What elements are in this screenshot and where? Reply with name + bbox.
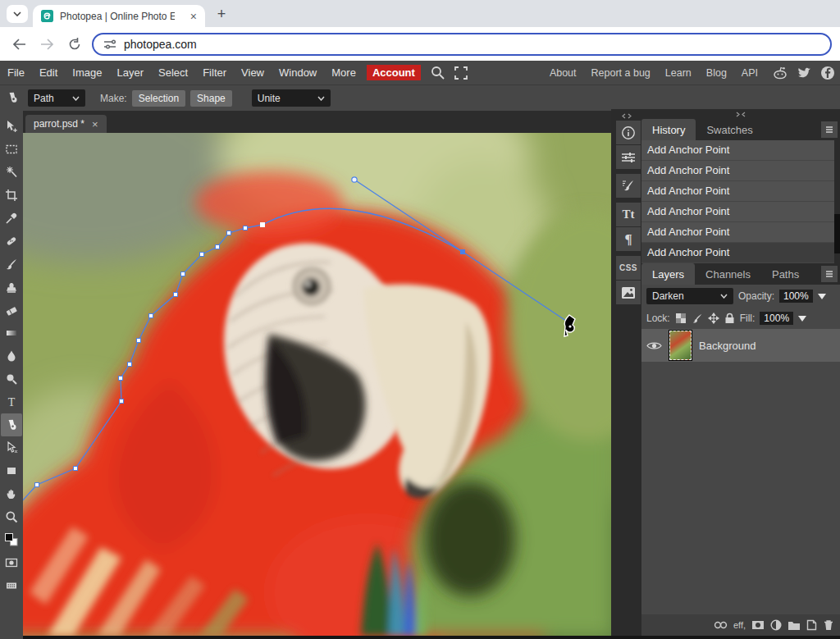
document-tab[interactable]: parrot.psd * × xyxy=(25,115,107,133)
foreground-background-colors[interactable] xyxy=(1,528,22,551)
canvas-viewport[interactable] xyxy=(23,133,611,636)
menu-filter[interactable]: Filter xyxy=(195,61,234,84)
menu-window[interactable]: Window xyxy=(272,61,324,84)
magic-wand-tool[interactable] xyxy=(1,161,22,184)
move-tool[interactable] xyxy=(1,115,22,138)
brush-settings-button[interactable] xyxy=(616,174,641,198)
paragraph-panel-button[interactable]: ¶ xyxy=(616,227,641,251)
eraser-tool[interactable] xyxy=(1,299,22,322)
menu-more[interactable]: More xyxy=(324,61,363,84)
delete-layer-button[interactable] xyxy=(823,619,834,631)
history-entry[interactable]: Add Anchor Point xyxy=(641,222,840,243)
new-layer-button[interactable] xyxy=(806,619,817,631)
history-entry[interactable]: Add Anchor Point xyxy=(641,181,840,202)
reload-button[interactable] xyxy=(64,34,85,55)
history-entry[interactable]: Add Anchor Point xyxy=(641,202,840,222)
browser-tab[interactable]: Photopea | Online Photo Edi × xyxy=(33,5,205,27)
gradient-tool[interactable] xyxy=(1,322,22,345)
forward-button[interactable] xyxy=(36,34,57,55)
new-tab-button[interactable]: + xyxy=(212,4,231,24)
dodge-tool[interactable] xyxy=(1,367,22,390)
tab-layers[interactable]: Layers xyxy=(641,263,695,285)
opacity-slider-toggle[interactable] xyxy=(818,294,826,299)
rectangle-tool[interactable] xyxy=(1,459,22,482)
make-shape-button[interactable]: Shape xyxy=(190,90,232,107)
facebook-link[interactable] xyxy=(820,66,835,80)
fill-value[interactable]: 100% xyxy=(760,312,793,325)
history-scrollbar[interactable] xyxy=(834,140,840,263)
tab-paths[interactable]: Paths xyxy=(761,263,810,285)
eyedropper-tool[interactable] xyxy=(1,207,22,230)
fullscreen-button[interactable] xyxy=(454,66,468,80)
marquee-select-tool[interactable] xyxy=(1,138,22,161)
zoom-tool[interactable] xyxy=(1,505,22,528)
info-panel-button[interactable] xyxy=(616,121,641,144)
history-menu-button[interactable] xyxy=(821,121,838,138)
blend-mode-dropdown[interactable]: Darken xyxy=(646,288,733,304)
new-folder-button[interactable] xyxy=(788,620,801,631)
hand-tool[interactable] xyxy=(1,482,22,505)
tool-options-bar: Path Make: Selection Shape Unite xyxy=(0,84,840,111)
lock-position-icon[interactable] xyxy=(708,313,719,324)
spot-heal-tool[interactable] xyxy=(1,230,22,253)
path-select-tool[interactable] xyxy=(1,436,22,459)
combine-mode-dropdown[interactable]: Unite xyxy=(252,89,331,107)
lock-all-icon[interactable] xyxy=(724,313,735,324)
menu-view[interactable]: View xyxy=(234,61,272,84)
history-entry-current[interactable]: Add Anchor Point xyxy=(641,243,840,263)
layer-thumbnail[interactable] xyxy=(669,331,692,360)
history-entry[interactable]: Add Anchor Point xyxy=(641,161,840,181)
panels-collapse-button[interactable] xyxy=(641,109,840,119)
blur-tool[interactable] xyxy=(1,345,22,367)
search-button[interactable] xyxy=(431,66,445,80)
link-learn[interactable]: Learn xyxy=(660,67,697,79)
brush-tool[interactable] xyxy=(1,253,22,276)
link-report[interactable]: Report a bug xyxy=(586,67,656,79)
type-tool[interactable]: T xyxy=(1,390,22,413)
quick-mask-toggle[interactable] xyxy=(1,551,22,574)
menu-select[interactable]: Select xyxy=(151,61,195,84)
crop-tool[interactable] xyxy=(1,184,22,207)
link-api[interactable]: API xyxy=(736,67,764,79)
opacity-value[interactable]: 100% xyxy=(779,290,813,303)
tab-close-icon[interactable]: × xyxy=(190,11,197,22)
layer-row-background[interactable]: Background xyxy=(641,329,840,362)
add-adjustment-button[interactable] xyxy=(770,619,782,631)
twitter-link[interactable] xyxy=(797,66,811,80)
account-button[interactable]: Account xyxy=(367,65,421,80)
menu-image[interactable]: Image xyxy=(65,61,109,84)
add-mask-button[interactable] xyxy=(751,620,765,630)
lock-pixels-icon[interactable] xyxy=(692,313,703,324)
clone-stamp-tool[interactable] xyxy=(1,276,22,299)
screen-mode-toggle[interactable] xyxy=(1,574,22,597)
tab-search-button[interactable] xyxy=(7,5,28,23)
image-panel-button[interactable] xyxy=(616,281,641,304)
reddit-link[interactable] xyxy=(773,66,788,80)
menu-edit[interactable]: Edit xyxy=(32,61,65,84)
link-about[interactable]: About xyxy=(544,67,582,79)
properties-panel-button[interactable] xyxy=(616,145,641,169)
pen-mode-dropdown[interactable]: Path xyxy=(28,89,85,107)
tab-channels[interactable]: Channels xyxy=(695,263,761,285)
back-button[interactable] xyxy=(8,34,30,55)
link-layers-button[interactable] xyxy=(714,621,728,629)
fill-slider-toggle[interactable] xyxy=(798,316,806,322)
document-close-icon[interactable]: × xyxy=(92,118,98,130)
tab-swatches[interactable]: Swatches xyxy=(696,119,763,140)
layer-effects-button[interactable]: eff, xyxy=(733,620,746,630)
strip-collapse-button[interactable] xyxy=(611,111,641,121)
link-blog[interactable]: Blog xyxy=(701,67,733,79)
lock-transparency-icon[interactable] xyxy=(675,313,687,324)
layers-menu-button[interactable] xyxy=(821,266,838,282)
tab-history[interactable]: History xyxy=(641,119,696,140)
menu-file[interactable]: File xyxy=(0,61,32,84)
character-panel-button[interactable]: Tt xyxy=(616,203,641,226)
make-selection-button[interactable]: Selection xyxy=(132,90,185,107)
pen-tool[interactable] xyxy=(1,413,22,436)
layer-visibility-eye-icon[interactable] xyxy=(646,340,662,351)
menu-layer[interactable]: Layer xyxy=(110,61,152,84)
css-panel-button[interactable]: CSS xyxy=(616,256,641,280)
address-bar[interactable]: photopea.com xyxy=(92,33,832,56)
history-scrollbar-thumb[interactable] xyxy=(834,214,840,253)
history-entry[interactable]: Add Anchor Point xyxy=(641,140,840,161)
